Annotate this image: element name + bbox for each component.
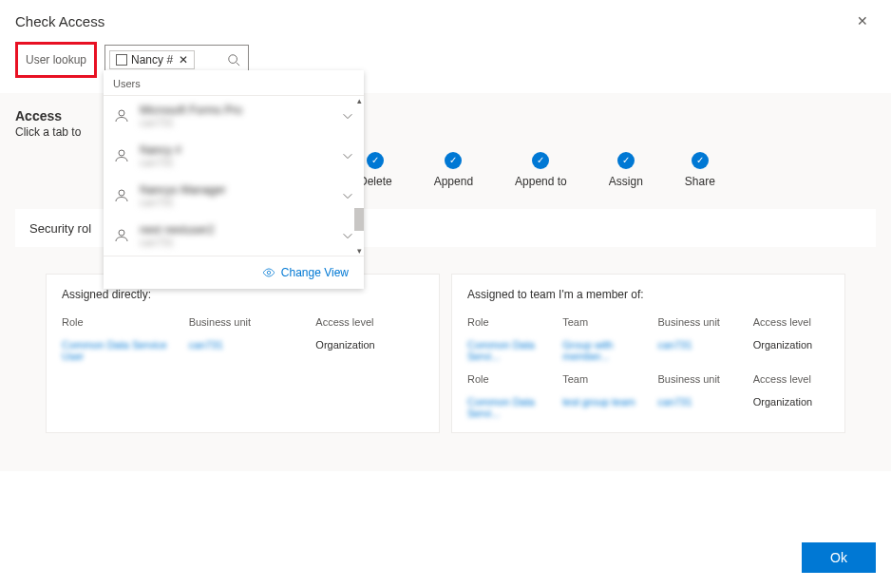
dropdown-item-name: Nancy # <box>140 143 181 157</box>
scroll-up-arrow-icon[interactable]: ▴ <box>357 96 362 105</box>
svg-point-4 <box>119 190 124 196</box>
permission-label: Append to <box>515 175 567 188</box>
dropdown-section-header: Users <box>104 70 364 96</box>
close-button[interactable]: ✕ <box>849 9 876 32</box>
person-icon <box>113 227 130 244</box>
permission-append-to: ✓ Append to <box>515 152 567 188</box>
user-chip[interactable]: Nancy # ✕ <box>109 50 195 69</box>
svg-point-0 <box>229 55 237 64</box>
person-icon <box>113 147 130 164</box>
col-role: Role <box>467 316 543 328</box>
dropdown-item-sub: can731 <box>140 157 181 168</box>
chevron-down-icon[interactable] <box>341 149 354 162</box>
business-unit-link[interactable]: can731 <box>189 339 297 362</box>
role-link[interactable]: Common Data Servi... <box>467 339 543 362</box>
modal-title: Check Access <box>15 13 104 29</box>
person-card-icon <box>116 54 127 66</box>
check-badge-icon: ✓ <box>692 152 709 169</box>
svg-point-5 <box>119 230 124 236</box>
col-team: Team <box>562 316 638 328</box>
dropdown-item-name: Nancys Manager <box>140 183 226 197</box>
permission-assign: ✓ Assign <box>609 152 643 188</box>
permission-delete: ✓ Delete <box>359 152 392 188</box>
change-view-link[interactable]: Change View <box>281 266 349 279</box>
dropdown-item-sub: can731 <box>140 117 242 128</box>
user-lookup-label: User lookup <box>26 53 86 66</box>
ok-button[interactable]: Ok <box>802 542 876 573</box>
col-business-unit: Business unit <box>189 316 297 328</box>
scroll-down-arrow-icon[interactable]: ▾ <box>357 246 362 256</box>
col-team: Team <box>562 373 638 385</box>
card-title: Assigned to team I'm a member of: <box>467 288 829 301</box>
card-title: Assigned directly: <box>62 288 424 301</box>
col-role: Role <box>467 373 543 385</box>
svg-point-6 <box>267 271 271 275</box>
col-access-level: Access level <box>753 316 829 328</box>
chevron-down-icon[interactable] <box>341 229 354 242</box>
access-level-value: Organization <box>753 396 829 419</box>
user-lookup-highlight: User lookup <box>15 42 97 78</box>
business-unit-link[interactable]: can731 <box>658 396 734 419</box>
role-link[interactable]: Common Data Service User <box>62 339 170 362</box>
dropdown-item-name: next nextuser2 <box>140 223 215 237</box>
dropdown-item[interactable]: next nextuser2can731 <box>104 216 364 256</box>
person-icon <box>113 187 130 204</box>
col-role: Role <box>62 316 170 328</box>
dropdown-footer: Change View <box>104 256 364 289</box>
assigned-directly-card: Assigned directly: Role Business unit Ac… <box>46 274 440 433</box>
dropdown-item-sub: can731 <box>140 237 215 248</box>
assigned-team-card: Assigned to team I'm a member of: Role T… <box>451 274 845 433</box>
permission-share: ✓ Share <box>685 152 715 188</box>
access-level-value: Organization <box>315 339 424 362</box>
permission-label: Append <box>434 175 473 188</box>
team-link[interactable]: test group team <box>562 396 638 419</box>
dropdown-list[interactable]: Microsoft Forms Procan731 Nancy #can731 … <box>104 96 364 256</box>
permission-append: ✓ Append <box>434 152 473 188</box>
permissions-row: ✓ Delete ✓ Append ✓ Append to ✓ Assign ✓… <box>359 152 876 188</box>
check-badge-icon: ✓ <box>445 152 462 169</box>
col-business-unit: Business unit <box>658 316 734 328</box>
scrollbar-thumb[interactable] <box>354 208 364 231</box>
permission-label: Share <box>685 175 715 188</box>
col-business-unit: Business unit <box>658 373 734 385</box>
access-level-value: Organization <box>753 339 829 362</box>
person-icon <box>113 107 130 124</box>
dropdown-item[interactable]: Nancy #can731 <box>104 136 364 176</box>
check-badge-icon: ✓ <box>532 152 549 169</box>
check-badge-icon: ✓ <box>617 152 635 169</box>
team-link[interactable]: Group with member... <box>562 339 638 362</box>
search-icon[interactable] <box>227 53 240 66</box>
permission-label: Delete <box>359 175 392 188</box>
col-access-level: Access level <box>315 316 424 328</box>
svg-point-2 <box>119 110 124 116</box>
dropdown-item[interactable]: Microsoft Forms Procan731 <box>104 96 364 136</box>
tab-security-roles[interactable]: Security rol <box>29 221 91 236</box>
dropdown-item-name: Microsoft Forms Pro <box>140 104 242 117</box>
user-chip-text: Nancy # <box>131 53 173 66</box>
check-badge-icon: ✓ <box>367 152 384 169</box>
svg-point-3 <box>119 150 124 156</box>
dropdown-item-sub: can731 <box>140 197 226 208</box>
chevron-down-icon[interactable] <box>341 189 354 202</box>
chip-remove-icon[interactable]: ✕ <box>179 53 188 66</box>
business-unit-link[interactable]: can731 <box>658 339 734 362</box>
svg-line-1 <box>237 63 240 66</box>
permission-label: Assign <box>609 175 643 188</box>
role-cards: Assigned directly: Role Business unit Ac… <box>15 274 876 433</box>
eye-icon <box>262 266 275 279</box>
col-access-level: Access level <box>753 373 829 385</box>
user-lookup-dropdown: Users Microsoft Forms Procan731 Nancy #c… <box>104 70 364 289</box>
chevron-down-icon[interactable] <box>341 109 354 123</box>
role-link[interactable]: Common Data Servi... <box>467 396 543 419</box>
modal-header: Check Access ✕ <box>0 0 891 38</box>
close-icon: ✕ <box>857 13 868 28</box>
dropdown-item[interactable]: Nancys Managercan731 <box>104 176 364 216</box>
